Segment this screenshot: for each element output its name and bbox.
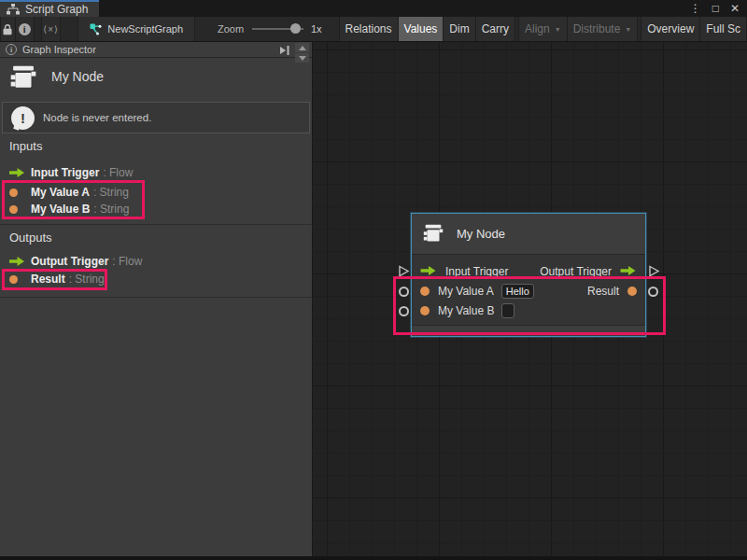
button-label: Align [525,22,550,35]
section-divider [0,297,312,298]
inspected-node-heading: My Node [0,59,312,102]
graph-inspector-header: i Graph Inspector [0,42,312,58]
window-maximize-icon[interactable]: □ [712,2,719,15]
port-name: Input Trigger [31,166,99,179]
lock-button[interactable] [0,17,16,41]
inspected-node-title: My Node [51,69,104,102]
graph-inspector-panel: i Graph Inspector [0,42,313,556]
script-graph-asset-icon [90,23,102,35]
port-type: : Flow [112,255,142,268]
info-icon: i [6,44,17,55]
info-icon: i [19,23,31,35]
button-label: Values [404,22,438,35]
dock-panel-button[interactable] [277,44,291,56]
button-label: Overview [647,22,694,35]
unit-node-icon [421,222,445,246]
toolbar-group-overlays: Relations Values Dim Carry [339,17,516,42]
highlight-box-node-values [393,276,666,335]
zoom-value: 1x [311,23,322,35]
zoom-label: Zoom [218,23,244,35]
chevron-down-icon: ▼ [555,26,561,33]
toolbar-button-fullscreen[interactable]: Full Sc [700,17,747,42]
toolbar-spacer [35,17,41,41]
button-label: Carry [482,22,509,35]
graph-asset-field[interactable]: NewScriptGraph [78,17,195,41]
panel-title: Graph Inspector [22,44,96,55]
highlight-box-input-values [2,180,145,219]
button-label: Relations [345,22,392,35]
outputs-section-header: Outputs [9,231,52,245]
port-type: : Flow [103,166,133,179]
graph-hierarchy-icon [7,4,20,15]
flow-arrow-icon [9,256,25,267]
flow-arrow-icon [9,167,25,178]
unit-node-icon [7,63,39,94]
toolbar-button-align[interactable]: Align ▼ [518,17,568,42]
warning-icon: ! [11,106,35,130]
script-graph-window: Script Graph ⋮ □ ✕ i ⟨×⟩ [0,0,747,560]
toolbar-button-carry[interactable]: Carry [476,17,515,42]
tab-bar: Script Graph ⋮ □ ✕ [0,0,747,17]
lock-icon [2,23,13,35]
zoom-slider-handle[interactable] [290,23,301,34]
graph-canvas[interactable]: My Node Input Trigger Output Trigger My … [313,42,747,556]
section-divider [0,224,312,225]
inspector-port-input-trigger[interactable]: Input Trigger : Flow [9,164,133,181]
window-controls: ⋮ □ ✕ [690,0,740,17]
window-menu-icon[interactable]: ⋮ [690,2,701,15]
highlight-box-result [2,269,107,290]
toolbar-button-distribute[interactable]: Distribute ▼ [568,17,639,42]
graph-asset-name: NewScriptGraph [107,23,183,35]
toolbar-group-arrange: Align ▼ Distribute ▼ [518,17,638,42]
node-title: My Node [457,227,505,241]
toolbar-button-overview[interactable]: Overview [641,17,700,42]
inspector-port-output-trigger[interactable]: Output Trigger : Flow [9,253,142,270]
warning-box: ! Node is never entered. [2,102,310,133]
toolbar-button-relations[interactable]: Relations [339,17,399,42]
window-close-icon[interactable]: ✕ [730,2,740,15]
button-label: Distribute [573,22,621,35]
button-label: Dim [449,22,469,35]
edit-code-button[interactable]: ⟨×⟩ [41,17,61,41]
inspector-toggle-button[interactable]: i [16,17,35,41]
warning-text: Node is never entered. [43,112,151,123]
window-bottom-edge [0,556,747,560]
tab-title: Script Graph [25,3,88,16]
arrow-up-icon [299,46,306,50]
warning-icon-circle: ! [11,106,35,130]
dock-icon [278,45,290,56]
port-name: Output Trigger [31,255,108,268]
zoom-slider[interactable] [252,28,303,30]
code-icon: ⟨×⟩ [43,24,59,35]
node-header[interactable]: My Node [412,214,645,255]
scroll-up-button[interactable] [295,43,309,52]
inputs-section-header: Inputs [9,139,42,153]
chevron-down-icon: ▼ [625,26,631,33]
button-label: Full Sc [706,22,740,35]
graph-toolbar: i ⟨×⟩ NewScriptGraph Zoom 1x Relations V [0,17,747,42]
tab-script-graph[interactable]: Script Graph [0,0,99,17]
toolbar-button-dim[interactable]: Dim [444,17,475,42]
toolbar-group-view: Overview Full Sc [641,17,747,42]
toolbar-button-values[interactable]: Values [399,17,444,42]
